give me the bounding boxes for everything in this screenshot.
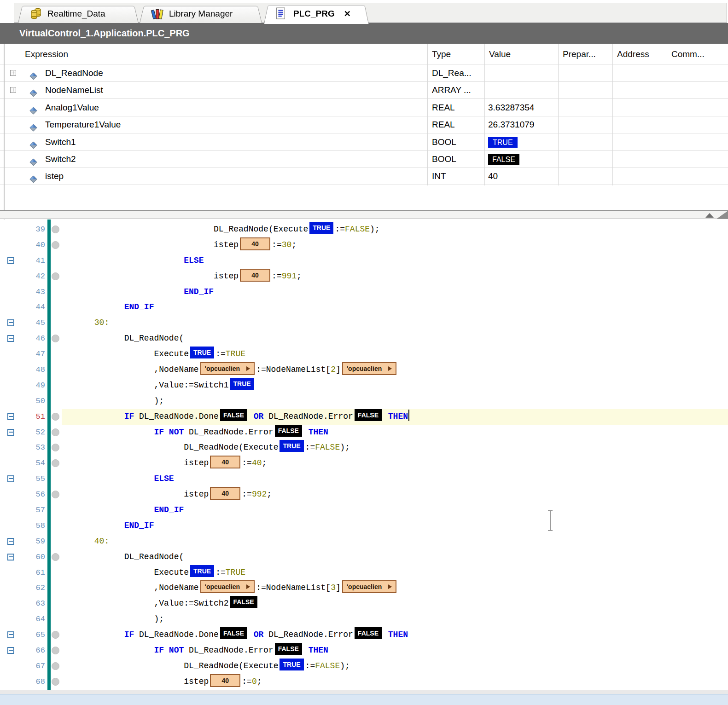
code-line-40[interactable]: 40 istep40:=30; [0,237,728,253]
code-line-66[interactable]: 66 IF NOT DL_ReadNode.ErrorFALSE THEN [0,643,728,659]
code-text: DL_ReadNode( [0,331,728,347]
code-line-45[interactable]: 45 30: [0,315,728,331]
code-text: DL_ReadNode(ExecuteTRUE:=FALSE); [0,659,728,674]
inline-monitor-string[interactable]: 'opcuaclien [342,362,396,375]
expression-name: Temperature1Value [45,116,121,133]
inline-monitor-string[interactable]: 'opcuaclien [342,580,396,593]
column-header-address[interactable]: Address [612,44,667,64]
line-number: 40 [9,237,45,253]
code-line-60[interactable]: 60 DL_ReadNode( [0,549,728,565]
code-text: DL_ReadNode( [0,549,728,565]
declaration-code-splitter[interactable] [0,210,728,219]
code-line-58[interactable]: 58 END_IF [0,518,728,534]
code-line-44[interactable]: 44 END_IF [0,300,728,315]
code-text: END_IF [0,518,728,534]
code-text: istep40:=991; [0,269,728,284]
code-line-39[interactable]: 39 DL_ReadNode(ExecuteTRUE:=FALSE); [0,222,728,237]
value-cell: 26.3731079 [488,116,534,133]
column-header-type[interactable]: Type [427,44,484,64]
code-line-42[interactable]: 42 istep40:=991; [0,269,728,284]
code-line-47[interactable]: 47 ExecuteTRUE:=TRUE [0,347,728,362]
expand-icon[interactable] [10,87,16,93]
code-line-59[interactable]: 59 40: [0,534,728,549]
watch-row-dl_readnode[interactable]: DL_ReadNodeDL_Rea... [0,65,728,82]
column-header-expression[interactable]: Expression [0,44,427,64]
watch-row-temperature1value[interactable]: Temperature1ValueREAL26.3731079 [0,116,728,133]
tab-library-manager[interactable]: Library Manager [140,5,262,23]
text-caret [408,410,409,421]
code-line-57[interactable]: 57 END_IF [0,503,728,518]
code-line-65[interactable]: 65 IF DL_ReadNode.DoneFALSE OR DL_ReadNo… [0,627,728,643]
code-line-54[interactable]: 54 istep40:=40; [0,456,728,471]
code-line-48[interactable]: 48 ,NodeName'opcuaclien:=NodeNameList[2]… [0,362,728,378]
line-number: 41 [9,253,45,269]
column-divider[interactable] [667,44,667,185]
splitter-collapse-button[interactable] [705,213,714,218]
column-header-comm[interactable]: Comm... [667,44,728,64]
code-line-63[interactable]: 63 ,Value:=Switch2FALSE [0,596,728,612]
column-divider[interactable] [484,44,485,185]
inline-monitor-true: TRUE [190,565,214,577]
code-line-56[interactable]: 56 istep40:=992; [0,487,728,503]
code-text: END_IF [0,503,728,518]
watch-row-switch2[interactable]: Switch2BOOLFALSE [0,151,728,168]
code-line-53[interactable]: 53 DL_ReadNode(ExecuteTRUE:=FALSE); [0,440,728,456]
watch-row-nodenamelist[interactable]: NodeNameListARRAY ... [0,82,728,99]
watch-row-istep[interactable]: istepINT40 [0,168,728,185]
column-header-value[interactable]: Value [484,44,558,64]
watch-header: ExpressionTypeValuePrepar...AddressComm.… [0,44,728,65]
code-line-46[interactable]: 46 DL_ReadNode( [0,331,728,347]
variable-icon [29,172,37,189]
line-number: 46 [9,331,45,347]
column-divider[interactable] [612,44,613,185]
watch-table: ExpressionTypeValuePrepar...AddressComm.… [0,44,728,209]
value-cell: TRUE [488,134,518,151]
code-text: END_IF [0,300,728,315]
column-header-prepar[interactable]: Prepar... [558,44,612,64]
type-value: REAL [432,99,455,116]
inline-monitor-string[interactable]: 'opcuaclien [200,580,255,593]
code-text: IF NOT DL_ReadNode.ErrorFALSE THEN [0,425,728,440]
inline-monitor-false: FALSE [230,596,257,608]
watch-row-analog1value[interactable]: Analog1ValueREAL3.63287354 [0,99,728,116]
tab-plc-prg[interactable]: PLC_PRG✕ [264,4,369,24]
line-number: 64 [9,612,45,627]
statement-bullet [52,428,59,436]
column-divider[interactable] [427,44,428,185]
code-line-50[interactable]: 50 ); [0,393,728,409]
plc-ide-window: Realtime_DataLibrary ManagerPLC_PRG✕ Vir… [0,0,728,705]
code-line-51[interactable]: 51 IF DL_ReadNode.DoneFALSE OR DL_ReadNo… [0,409,728,425]
pou-icon [275,7,289,21]
watch-row-switch1[interactable]: Switch1BOOLTRUE [0,134,728,151]
expand-icon[interactable] [10,70,16,76]
code-line-41[interactable]: 41 ELSE [0,253,728,269]
code-line-61[interactable]: 61 ExecuteTRUE:=TRUE [0,565,728,581]
code-line-49[interactable]: 49 ,Value:=Switch1TRUE [0,378,728,393]
code-line-52[interactable]: 52 IF NOT DL_ReadNode.ErrorFALSE THEN [0,425,728,440]
type-value: BOOL [432,151,456,168]
tab-label: Realtime_Data [47,9,105,19]
tab-realtime-data[interactable]: Realtime_Data [18,5,139,23]
code-line-67[interactable]: 67 DL_ReadNode(ExecuteTRUE:=FALSE); [0,659,728,674]
expression-name: istep [45,168,64,185]
line-number: 52 [9,425,45,440]
tab-close-icon[interactable]: ✕ [344,10,351,18]
column-divider[interactable] [558,44,559,185]
inline-monitor-string[interactable]: 'opcuaclien [200,362,255,375]
code-line-64[interactable]: 64 ); [0,612,728,627]
code-text: ,NodeName'opcuaclien:=NodeNameList[3]'op… [0,580,728,596]
code-text: ELSE [0,253,728,269]
code-line-62[interactable]: 62 ,NodeName'opcuaclien:=NodeNameList[3]… [0,580,728,596]
code-text: istep40:=40; [0,456,728,471]
splitter-corner-grip[interactable] [717,211,728,219]
code-line-43[interactable]: 43 END_IF [0,284,728,300]
statement-bullet [52,413,59,421]
code-line-68[interactable]: 68 istep40:=0; [0,674,728,690]
code-text: 30: [0,315,728,331]
code-editor[interactable]: 39 DL_ReadNode(ExecuteTRUE:=FALSE);40 is… [0,220,728,690]
inline-monitor-value: 40 [240,269,270,282]
type-value: REAL [432,116,455,133]
code-line-55[interactable]: 55 ELSE [0,471,728,487]
inline-monitor-value: 40 [210,456,240,468]
inline-monitor-true: TRUE [280,659,303,670]
